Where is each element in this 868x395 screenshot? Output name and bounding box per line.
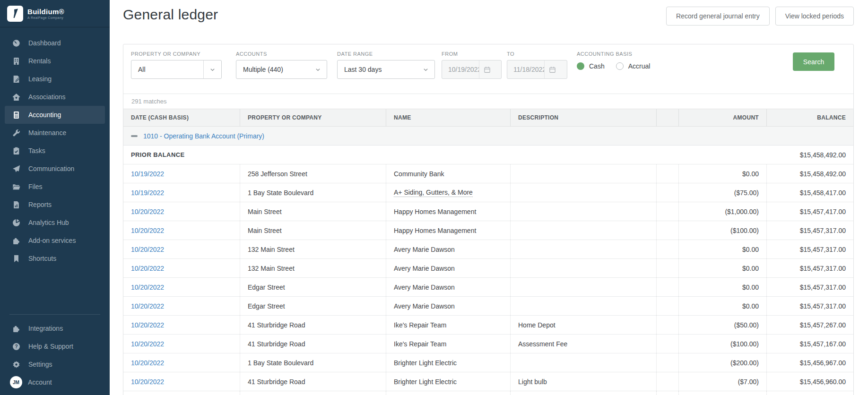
sidebar-item-reports[interactable]: Reports (5, 196, 105, 214)
empty-cell (657, 240, 679, 258)
entry-date-link[interactable]: 10/19/2022 (131, 189, 164, 197)
folder-icon (12, 183, 20, 191)
empty-cell (657, 372, 679, 391)
column-header-empty (657, 109, 679, 126)
column-header-balance[interactable]: BALANCE (767, 109, 853, 126)
sidebar-item-help-support[interactable]: ? Help & Support (5, 337, 105, 355)
description-cell (511, 221, 657, 240)
amount-cell: $0.00 (679, 297, 767, 315)
empty-cell (657, 221, 679, 240)
amount-cell: $0.00 (679, 278, 767, 296)
sidebar-item-leasing[interactable]: Leasing (5, 70, 105, 88)
cash-radio[interactable] (577, 62, 584, 70)
view-locked-periods-button[interactable]: View locked periods (775, 7, 854, 26)
entry-date-link[interactable]: 10/20/2022 (131, 246, 164, 253)
sidebar-item-rentals[interactable]: Rentals (5, 52, 105, 70)
entry-date-link[interactable]: 10/20/2022 (131, 340, 164, 348)
column-header-amount[interactable]: AMOUNT (679, 109, 767, 126)
wrench-icon (12, 129, 20, 137)
property-cell: 132 Main Street (240, 259, 386, 277)
house-icon (12, 93, 20, 101)
table-row: 10/20/2022 1 Bay State Boulevard Brighte… (123, 353, 853, 372)
table-row-partial (123, 391, 853, 395)
amount-cell: ($7.00) (679, 372, 767, 391)
description-cell (511, 164, 657, 183)
date-cell: 10/20/2022 (123, 335, 240, 353)
table-body: 10/19/2022 258 Jefferson Street Communit… (123, 164, 853, 391)
accounting-basis-options: Cash Accrual (577, 62, 657, 70)
balance-cell: $15,457,267.00 (767, 316, 853, 334)
entry-date-link[interactable]: 10/20/2022 (131, 378, 164, 386)
avatar: JM (10, 376, 22, 388)
accounting-basis-label: ACCOUNTING BASIS (577, 51, 657, 57)
accrual-radio-label: Accrual (628, 62, 651, 70)
report-chart-icon (12, 201, 20, 209)
amount-cell: ($100.00) (679, 221, 767, 240)
sidebar-item-accounting[interactable]: Accounting (5, 106, 105, 124)
search-button[interactable]: Search (793, 52, 834, 71)
entry-date-link[interactable]: 10/20/2022 (131, 208, 164, 215)
calendar-icon[interactable] (544, 60, 560, 78)
balance-cell: $15,457,317.00 (767, 278, 853, 296)
cash-radio-label: Cash (589, 62, 605, 70)
sidebar-item-integrations[interactable]: Integrations (5, 319, 105, 337)
sidebar-item-analytics-hub[interactable]: Analytics Hub (5, 214, 105, 232)
accounts-filter-select[interactable]: Multiple (440) (236, 60, 327, 79)
property-filter-select[interactable]: All (131, 60, 222, 79)
record-journal-entry-button[interactable]: Record general journal entry (666, 7, 770, 26)
sidebar-item-add-on-services[interactable]: Add-on services (5, 232, 105, 249)
entry-date-link[interactable]: 10/19/2022 (131, 170, 164, 178)
from-date-input[interactable] (442, 66, 479, 73)
balance-cell: $15,457,167.00 (767, 335, 853, 353)
sidebar-item-dashboard[interactable]: Dashboard (5, 34, 105, 52)
entry-date-link[interactable]: 10/20/2022 (131, 227, 164, 234)
sidebar-item-associations[interactable]: Associations (5, 88, 105, 106)
sidebar-item-communication[interactable]: Communication (5, 160, 105, 178)
sidebar-item-files[interactable]: Files (5, 178, 105, 196)
property-cell: 1 Bay State Boulevard (240, 353, 386, 372)
column-header-name[interactable]: NAME (386, 109, 511, 126)
sidebar-item-account[interactable]: JM Account (5, 373, 105, 391)
gear-icon (12, 361, 20, 369)
entry-date-link[interactable]: 10/20/2022 (131, 265, 164, 272)
accrual-radio[interactable] (616, 62, 624, 70)
entry-date-link[interactable]: 10/20/2022 (131, 283, 164, 291)
sidebar-item-shortcuts[interactable]: Shortcuts (5, 249, 105, 267)
empty-cell (657, 183, 679, 202)
empty-cell (657, 353, 679, 372)
balance-cell: $15,458,492.00 (767, 164, 853, 183)
sidebar-item-maintenance[interactable]: Maintenance (5, 124, 105, 142)
empty-cell (657, 164, 679, 183)
buildium-logo[interactable]: Buildium® A RealPage Company (0, 0, 110, 27)
property-cell: 1 Bay State Boulevard (240, 183, 386, 202)
sidebar-item-settings[interactable]: Settings (5, 355, 105, 373)
to-date-label: TO (507, 51, 567, 57)
to-date-input[interactable] (507, 66, 544, 73)
entry-date-link[interactable]: 10/20/2022 (131, 359, 164, 367)
date-range-filter-select[interactable]: Last 30 days (337, 60, 435, 79)
column-header-date[interactable]: DATE (CASH BASIS) (123, 109, 240, 126)
description-cell (511, 353, 657, 372)
description-cell (511, 240, 657, 258)
name-cell: Happy Homes Management (386, 221, 511, 240)
table-row: 10/19/2022 1 Bay State Boulevard A+ Sidi… (123, 183, 853, 202)
name-cell: Brighter Light Electric (386, 353, 511, 372)
column-header-description[interactable]: DESCRIPTION (511, 109, 657, 126)
column-header-property[interactable]: PROPERTY OR COMPANY (240, 109, 386, 126)
sidebar-item-tasks[interactable]: Tasks (5, 142, 105, 160)
sidebar-footer: Integrations ? Help & Support Settings J… (0, 319, 110, 395)
calendar-icon[interactable] (479, 60, 495, 78)
sidebar: Buildium® A RealPage Company Dashboard R… (0, 0, 110, 395)
amount-cell: $0.00 (679, 164, 767, 183)
entry-date-link[interactable]: 10/20/2022 (131, 302, 164, 310)
table-row: 10/20/2022 41 Sturbridge Road Ike's Repa… (123, 316, 853, 335)
balance-cell: $15,457,317.00 (767, 221, 853, 240)
account-group-link[interactable]: 1010 - Operating Bank Account (Primary) (143, 132, 264, 140)
table-row: 10/20/2022 132 Main Street Avery Marie D… (123, 240, 853, 259)
accounts-filter-label: ACCOUNTS (236, 51, 327, 57)
entry-date-link[interactable]: 10/20/2022 (131, 321, 164, 329)
collapse-minus-icon[interactable] (131, 135, 138, 137)
date-cell: 10/19/2022 (123, 164, 240, 183)
prior-balance-value: $15,458,492.00 (800, 151, 853, 159)
table-row: 10/20/2022 Main Street Happy Homes Manag… (123, 202, 853, 221)
